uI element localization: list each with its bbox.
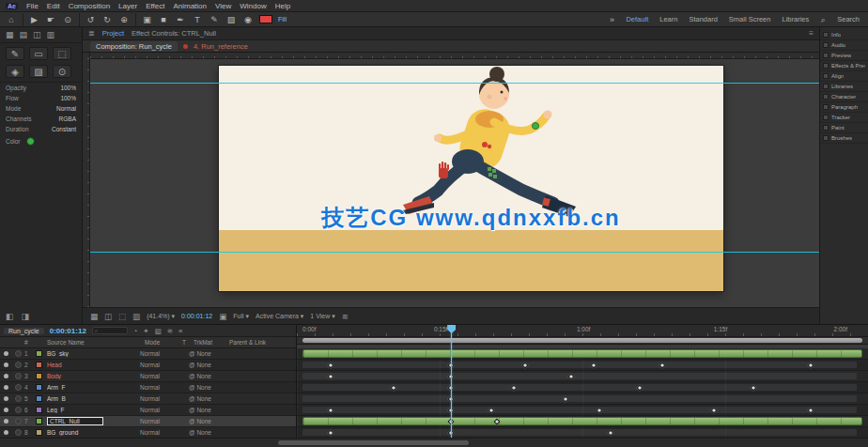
track-row[interactable] (297, 360, 868, 371)
layer-mode-select[interactable]: Normal (140, 429, 189, 436)
keyframe-icon[interactable] (328, 362, 334, 368)
view-layout-select[interactable]: 1 View ▾ (310, 313, 334, 320)
layer-label-chip[interactable] (36, 373, 42, 379)
graph-editor-icon[interactable]: ≡ (178, 327, 182, 335)
visibility-eye-icon[interactable] (0, 395, 12, 402)
panel-tab-audio[interactable]: Audio (820, 40, 868, 51)
grid-options-icon[interactable]: ▦ (90, 312, 98, 321)
lock-icon[interactable] (12, 395, 24, 403)
layer-label-chip[interactable] (36, 384, 42, 391)
column-parent[interactable]: Parent & Link (229, 339, 289, 346)
tab-secondary[interactable]: 4. Run_reference (194, 42, 248, 51)
keyframe-icon[interactable] (608, 429, 614, 436)
layer-name[interactable]: Arm_B (47, 395, 140, 402)
layer-duration-bar[interactable] (302, 417, 862, 425)
keyframe-icon[interactable] (488, 407, 494, 413)
stamp-icon[interactable]: ▨ (29, 65, 48, 78)
search-icon[interactable]: ⌕ (817, 13, 829, 26)
keyframe-icon[interactable] (636, 384, 643, 391)
shape-tool-icon[interactable]: ■ (158, 13, 169, 26)
lock-icon[interactable] (12, 418, 24, 425)
workspace-small-screen[interactable]: Small Screen (726, 15, 774, 23)
layer-label-chip[interactable] (36, 429, 42, 436)
viewer-timecode[interactable]: 0:00:01:12 (181, 313, 212, 319)
layer-mode-select[interactable]: Normal (140, 350, 189, 357)
columns-icon[interactable]: ◫ (33, 30, 41, 39)
color-swatch[interactable] (26, 137, 35, 146)
visibility-eye-icon[interactable] (0, 384, 12, 391)
keyframe-icon[interactable] (659, 362, 666, 368)
visibility-eye-icon[interactable] (0, 429, 12, 436)
layer-label-chip[interactable] (36, 350, 42, 357)
lock-icon[interactable] (12, 350, 24, 358)
keyframe-icon[interactable] (710, 407, 717, 413)
layer-row-selected[interactable]: 7 CTRL_Null Normal @ None (0, 416, 296, 427)
ruler-vertical[interactable] (83, 53, 90, 307)
draft-3d-icon[interactable]: ✦ (143, 327, 148, 335)
menu-effect[interactable]: Effect (146, 2, 164, 10)
panel-tab-preview[interactable]: Preview (820, 51, 868, 61)
pencil-icon[interactable]: ✎ (6, 47, 24, 60)
menu-view[interactable]: View (215, 2, 231, 10)
scrollbar-thumb[interactable] (278, 440, 469, 445)
layer-mode-select[interactable]: Normal (140, 362, 189, 368)
keyframe-icon[interactable] (328, 407, 334, 413)
tab-project[interactable]: Project (102, 29, 124, 38)
duration-row[interactable]: DurationConstant (0, 124, 82, 134)
layer-label-chip[interactable] (36, 407, 42, 413)
layer-row[interactable]: 6 Leg_F Normal @ None (0, 405, 296, 416)
timeline-scrollbar[interactable] (0, 438, 868, 447)
panel-tab-align[interactable]: Align (820, 71, 868, 82)
menu-help[interactable]: Help (275, 2, 290, 10)
mask-visibility-icon[interactable]: ◫ (104, 312, 112, 321)
track-row[interactable] (297, 348, 868, 360)
menu-composition[interactable]: Composition (69, 2, 110, 10)
keyframe-icon[interactable] (328, 429, 334, 436)
frame-blend-icon[interactable]: ▧ (155, 327, 162, 335)
layer-parent-select[interactable]: @ None (189, 384, 249, 391)
rectangle-icon[interactable]: ▭ (29, 47, 48, 60)
workspace-learn[interactable]: Learn (657, 15, 680, 23)
ruler-horizontal[interactable] (90, 53, 819, 59)
lock-icon[interactable] (12, 429, 24, 437)
tab-composition[interactable]: Composition: Run_cycle (90, 41, 178, 52)
time-navigator-bar[interactable] (302, 338, 862, 343)
time-navigator[interactable] (297, 337, 868, 345)
panel-tab-paragraph[interactable]: Paragraph (820, 102, 868, 113)
keyframe-icon[interactable] (751, 384, 757, 391)
lock-icon[interactable] (12, 384, 24, 392)
layer-parent-select[interactable]: @ None (189, 429, 249, 436)
pen-tool-icon[interactable]: ✒ (175, 13, 186, 26)
visibility-eye-icon[interactable] (0, 407, 12, 413)
workspace-standard[interactable]: Standard (686, 15, 720, 23)
keyframe-icon[interactable] (391, 384, 397, 391)
panel-menu-icon[interactable]: ≣ (88, 29, 95, 38)
keyframe-icon[interactable] (808, 407, 814, 413)
target-icon[interactable]: ⊙ (53, 65, 71, 78)
layer-name[interactable]: BG_ground (47, 429, 140, 436)
layer-name-edit-field[interactable]: CTRL_Null (47, 417, 103, 425)
layer-label-chip[interactable] (36, 395, 42, 402)
chevron-overflow-icon[interactable]: » (606, 13, 617, 26)
panel-tab-brushes[interactable]: Brushes (820, 133, 868, 144)
layer-name[interactable]: Arm_F (47, 384, 140, 391)
track-row[interactable] (297, 393, 868, 405)
region-of-interest-icon[interactable]: ⬚ (118, 312, 126, 321)
layer-name[interactable]: Body (47, 373, 140, 379)
column-t[interactable]: T (182, 339, 194, 346)
pan-behind-tool-icon[interactable]: ⊕ (118, 13, 130, 26)
layer-name[interactable]: Leg_F (47, 407, 140, 413)
layer-mode-select[interactable]: Normal (140, 407, 189, 413)
track-row[interactable] (297, 382, 868, 393)
camera-select[interactable]: Active Camera ▾ (256, 313, 303, 320)
layer-row[interactable]: 4 Arm_F Normal @ None (0, 382, 296, 393)
clone-stamp-tool-icon[interactable]: ▨ (225, 13, 237, 26)
rows-icon[interactable]: ▤ (20, 30, 28, 39)
viewer-pasteboard[interactable]: 技艺CG www.qdnxxfb.cn (90, 59, 819, 307)
panel-options-icon[interactable]: ≡ (809, 29, 814, 38)
zoom-tool-icon[interactable]: ⊙ (62, 13, 73, 26)
flow-row[interactable]: Flow100% (0, 93, 82, 103)
workspace-default[interactable]: Default (623, 15, 651, 23)
layer-row[interactable]: 1 BG_sky Normal @ None (0, 348, 296, 360)
time-ruler[interactable]: 0:00f 0:15f 1:00f 1:15f 2:00f (297, 325, 868, 337)
